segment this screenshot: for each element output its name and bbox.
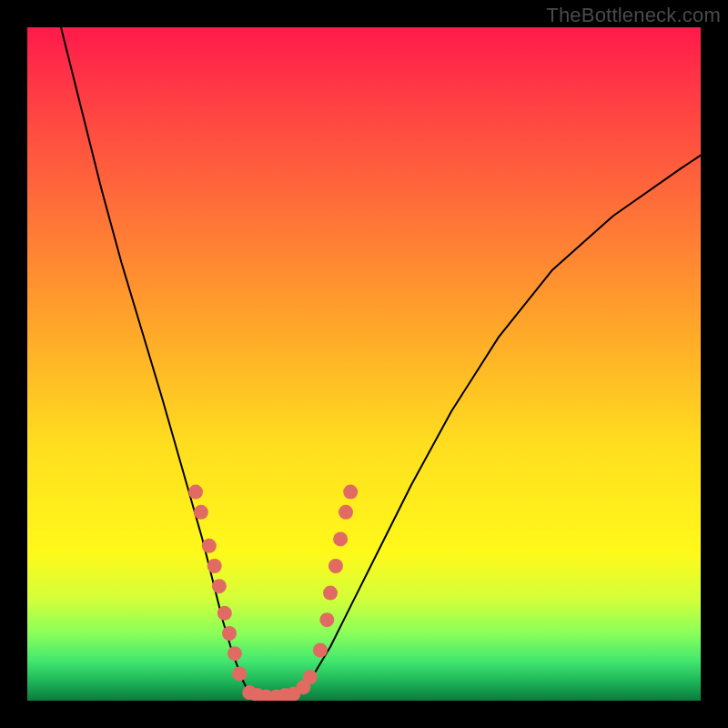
marker-layer (188, 485, 358, 701)
data-marker (333, 531, 348, 546)
data-marker (217, 606, 232, 621)
data-marker (228, 646, 242, 661)
plot-area (27, 27, 701, 701)
watermark-text: TheBottleneck.com (546, 4, 721, 27)
chart-frame: TheBottleneck.com (0, 0, 728, 728)
data-marker (343, 485, 358, 500)
data-marker (323, 586, 338, 601)
data-marker (313, 643, 328, 658)
curve-layer (27, 27, 701, 701)
data-marker (339, 505, 353, 520)
data-marker (212, 579, 227, 593)
data-marker (207, 559, 222, 573)
data-marker (194, 505, 208, 520)
data-marker (202, 539, 217, 553)
bottleneck-curve (61, 27, 701, 700)
data-marker (319, 612, 334, 627)
data-marker (303, 670, 318, 684)
data-marker (329, 559, 343, 573)
data-marker (222, 626, 237, 641)
data-marker (188, 485, 203, 500)
data-marker (232, 666, 247, 681)
